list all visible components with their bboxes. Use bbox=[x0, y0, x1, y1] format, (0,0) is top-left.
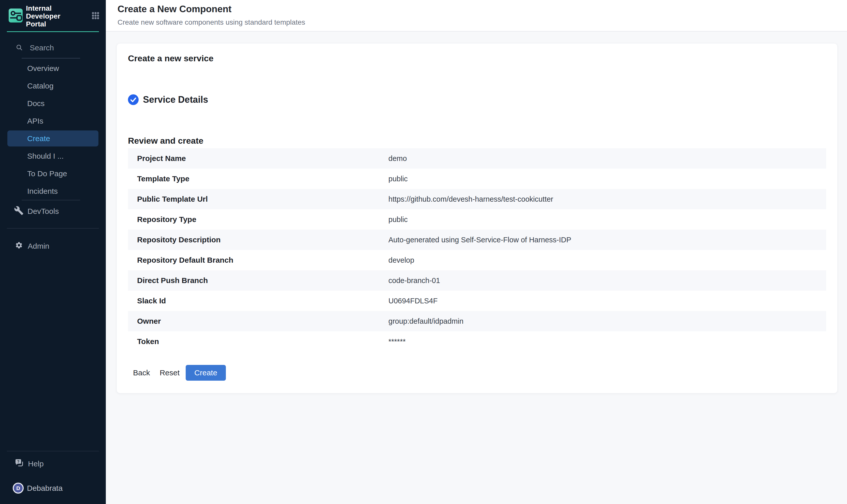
sidebar-item-help[interactable]: ? Help bbox=[0, 455, 106, 472]
sidebar-item-create[interactable]: Create bbox=[7, 130, 98, 146]
table-row: Project Namedemo bbox=[128, 148, 826, 168]
field-label: Direct Push Branch bbox=[128, 276, 389, 285]
create-service-card: Create a new service Service Details Rev… bbox=[116, 43, 837, 393]
sidebar-header: Internal Developer Portal bbox=[0, 0, 106, 32]
main-area: Create a New Component Create new softwa… bbox=[106, 0, 847, 504]
field-value: group:default/idpadmin bbox=[389, 317, 464, 325]
sidebar-item-catalog[interactable]: Catalog bbox=[0, 77, 106, 95]
form-actions: Back Reset Create bbox=[129, 365, 826, 381]
step-label[interactable]: Service Details bbox=[143, 94, 208, 105]
search-input[interactable]: Search bbox=[0, 42, 106, 53]
reset-button[interactable]: Reset bbox=[156, 365, 183, 381]
field-value: develop bbox=[389, 256, 414, 265]
field-label: Template Type bbox=[128, 175, 389, 183]
field-value: public bbox=[389, 175, 408, 183]
sidebar-item-to-do-page[interactable]: To Do Page bbox=[0, 165, 106, 182]
sidebar-item-incidents[interactable]: Incidents bbox=[0, 182, 106, 200]
nav-divider bbox=[22, 200, 80, 200]
review-table: Project NamedemoTemplate TypepublicPubli… bbox=[128, 148, 826, 352]
sidebar-item-docs[interactable]: Docs bbox=[0, 95, 106, 112]
field-value: code-branch-01 bbox=[389, 276, 440, 285]
portal-title: Internal Developer Portal bbox=[26, 4, 80, 28]
sidebar: Internal Developer Portal Search Overvie… bbox=[0, 0, 106, 504]
field-label: Token bbox=[128, 337, 389, 346]
field-value: https://github.com/devesh-harness/test-c… bbox=[389, 195, 553, 203]
field-label: Repositoty Description bbox=[128, 235, 389, 244]
page-header: Create a New Component Create new softwa… bbox=[106, 0, 847, 32]
sidebar-item-should-i[interactable]: Should I ... bbox=[0, 147, 106, 165]
search-placeholder: Search bbox=[30, 43, 54, 52]
svg-text:?: ? bbox=[17, 459, 19, 464]
sidebar-item-devtools[interactable]: DevTools bbox=[0, 203, 106, 220]
sidebar-item-admin[interactable]: Admin bbox=[0, 237, 106, 255]
help-label: Help bbox=[28, 460, 44, 468]
user-name: Debabrata bbox=[27, 484, 62, 492]
table-row: Token****** bbox=[128, 331, 826, 352]
portal-logo-icon[interactable] bbox=[8, 8, 23, 24]
gear-icon bbox=[15, 241, 23, 251]
page-subtitle: Create new software components using sta… bbox=[118, 18, 847, 26]
table-row: Repositoty DescriptionAuto-generated usi… bbox=[128, 230, 826, 250]
table-row: Direct Push Branchcode-branch-01 bbox=[128, 270, 826, 291]
review-title: Review and create bbox=[128, 135, 826, 146]
table-row: Repository Default Branchdevelop bbox=[128, 250, 826, 270]
footer-divider bbox=[7, 451, 99, 451]
field-value: public bbox=[389, 215, 408, 224]
field-value: Auto-generated using Self-Service-Flow o… bbox=[389, 236, 571, 244]
admin-label: Admin bbox=[28, 242, 49, 251]
search-underline bbox=[22, 58, 80, 58]
app-root: Internal Developer Portal Search Overvie… bbox=[0, 0, 847, 504]
create-button[interactable]: Create bbox=[186, 365, 226, 381]
field-label: Public Template Url bbox=[128, 195, 389, 203]
step-completed-check-icon bbox=[128, 94, 139, 105]
table-row: Ownergroup:default/idpadmin bbox=[128, 311, 826, 331]
table-row: Repository Typepublic bbox=[128, 209, 826, 230]
sidebar-item-overview[interactable]: Overview bbox=[0, 59, 106, 77]
help-chat-icon: ? bbox=[15, 458, 24, 469]
sidebar-item-apis[interactable]: APIs bbox=[0, 112, 106, 130]
back-button[interactable]: Back bbox=[129, 365, 154, 381]
devtools-label: DevTools bbox=[28, 207, 59, 216]
avatar: D bbox=[13, 483, 24, 493]
admin-divider bbox=[7, 228, 99, 229]
page-title: Create a New Component bbox=[118, 3, 847, 15]
user-menu[interactable]: D Debabrata bbox=[0, 479, 106, 497]
sidebar-nav: OverviewCatalogDocsAPIsCreateShould I ..… bbox=[0, 59, 106, 200]
table-row: Slack IdU0694FDLS4F bbox=[128, 291, 826, 311]
table-row: Public Template Urlhttps://github.com/de… bbox=[128, 189, 826, 209]
field-label: Repository Type bbox=[128, 215, 389, 224]
apps-grid-icon[interactable] bbox=[92, 12, 99, 20]
card-title: Create a new service bbox=[128, 53, 826, 64]
stepper: Service Details bbox=[128, 94, 826, 105]
field-label: Slack Id bbox=[128, 296, 389, 305]
table-row: Template Typepublic bbox=[128, 168, 826, 189]
content-area: Create a new service Service Details Rev… bbox=[106, 32, 847, 504]
search-icon bbox=[16, 44, 23, 52]
field-value: demo bbox=[389, 154, 407, 163]
sidebar-footer: ? Help D Debabrata bbox=[0, 451, 106, 504]
wrench-icon bbox=[14, 206, 24, 217]
field-label: Repository Default Branch bbox=[128, 256, 389, 265]
field-label: Owner bbox=[128, 317, 389, 325]
field-label: Project Name bbox=[128, 154, 389, 163]
field-value: U0694FDLS4F bbox=[389, 297, 437, 305]
field-value: ****** bbox=[389, 338, 406, 346]
